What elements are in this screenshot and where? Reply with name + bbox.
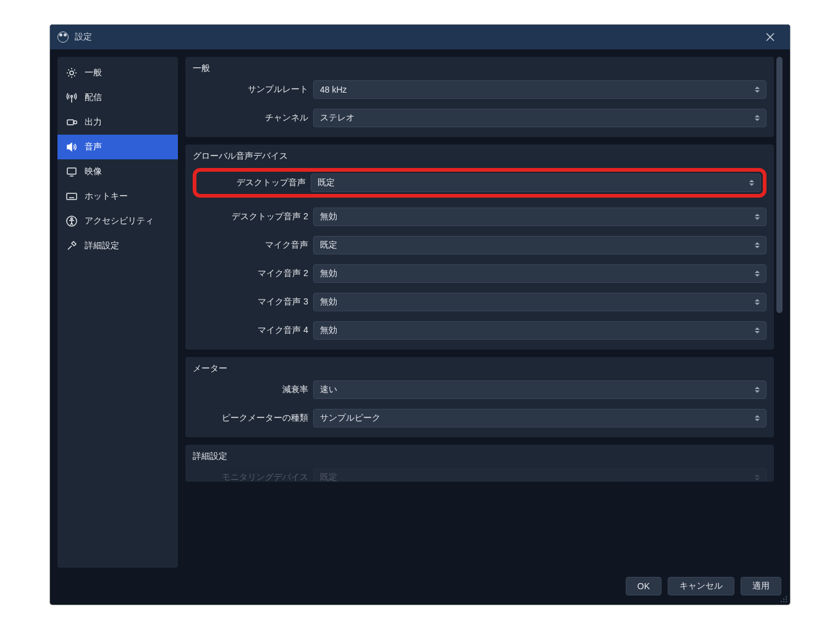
vertical-scrollbar[interactable] [776,57,783,313]
sidebar-item-label: 映像 [85,166,102,177]
keyboard-icon [66,191,77,202]
gear-icon [66,67,77,78]
select-value: 48 kHz [320,85,347,94]
close-button[interactable] [758,25,783,49]
select-desktop-audio[interactable]: 既定 [311,174,761,192]
accessibility-icon [66,216,77,227]
field-decay-rate: 減衰率 速い [193,380,766,399]
chevron-updown-icon [752,112,762,124]
svg-point-6 [74,121,77,124]
field-label: サンプルレート [193,84,313,95]
resize-grip[interactable] [780,595,788,602]
svg-rect-7 [67,168,76,174]
apply-button[interactable]: 適用 [741,577,781,595]
sidebar-item-label: アクセシビリティ [85,216,154,227]
settings-body: 一般 配信 出力 音声 映像 ホットキー [50,49,790,568]
sidebar-item-output[interactable]: 出力 [57,110,178,135]
field-label: マイク音声 3 [193,296,313,308]
window-title: 設定 [75,32,758,43]
section-title: 詳細設定 [193,451,766,462]
chevron-updown-icon [752,471,762,482]
settings-window: 設定 一般 配信 出力 音声 映像 [50,25,790,605]
section-global-audio-devices: グローバル音声デバイス デスクトップ音声 既定 デスクトップ音声 2 無効 [185,145,774,350]
field-desktop-audio-2: デスクトップ音声 2 無効 [193,208,766,226]
sidebar-item-stream[interactable]: 配信 [57,85,178,110]
field-label: 減衰率 [193,384,313,395]
field-label: デスクトップ音声 [198,177,311,188]
section-advanced: 詳細設定 モニタリングデバイス 既定 [185,445,774,482]
select-mic-audio-2[interactable]: 無効 [313,264,766,283]
sidebar-item-label: ホットキー [85,191,128,202]
svg-rect-9 [67,193,77,200]
speaker-icon [66,141,77,153]
settings-footer: OK キャンセル 適用 [50,568,790,605]
select-value: 既定 [320,240,337,251]
chevron-updown-icon [752,211,762,223]
svg-point-18 [783,598,784,600]
section-general: 一般 サンプルレート 48 kHz チャンネル ステレオ [185,57,774,137]
sidebar-item-general[interactable]: 一般 [57,61,178,85]
chevron-updown-icon [752,239,762,251]
field-label: ピークメーターの種類 [193,413,313,424]
close-icon [766,33,775,41]
sidebar-item-video[interactable]: 映像 [57,159,178,184]
field-label: モニタリングデバイス [193,472,313,482]
resize-grip-icon [780,595,788,603]
svg-rect-5 [67,120,74,125]
select-channels[interactable]: ステレオ [313,109,766,127]
ok-button[interactable]: OK [626,577,662,595]
select-desktop-audio-2[interactable]: 無効 [313,208,766,226]
sidebar-item-advanced[interactable]: 詳細設定 [57,233,178,258]
field-label: マイク音声 4 [193,325,313,336]
chevron-updown-icon [752,83,762,96]
section-title: グローバル音声デバイス [193,151,766,162]
field-label: チャンネル [193,112,313,124]
section-title: メーター [193,363,766,374]
highlight-annotation: デスクトップ音声 既定 [193,168,766,198]
select-decay-rate[interactable]: 速い [313,380,766,399]
section-meter: メーター 減衰率 速い ピークメーターの種類 サンプルピーク [185,357,774,437]
cancel-button[interactable]: キャンセル [668,577,734,595]
select-value: 速い [320,384,337,395]
select-monitoring-device[interactable]: 既定 [313,468,766,482]
select-mic-audio-4[interactable]: 無効 [313,321,766,340]
chevron-updown-icon [752,296,762,308]
sidebar-item-label: 詳細設定 [85,240,119,251]
select-value: 既定 [317,177,335,188]
svg-point-20 [781,601,782,602]
field-label: マイク音声 2 [193,268,313,279]
sidebar-item-label: 音声 [85,141,102,153]
sidebar-item-hotkeys[interactable]: ホットキー [57,184,178,209]
select-mic-audio-3[interactable]: 無効 [313,293,766,311]
select-value: 無効 [320,211,337,222]
select-value: 無効 [320,268,337,279]
select-value: サンプルピーク [320,413,380,424]
settings-main: 一般 サンプルレート 48 kHz チャンネル ステレオ [185,57,783,568]
antenna-icon [66,92,77,103]
sidebar-item-label: 配信 [85,92,102,103]
field-peak-meter-type: ピークメーターの種類 サンプルピーク [193,409,766,427]
sidebar-item-label: 出力 [85,117,102,128]
monitor-icon [66,166,77,177]
select-mic-audio[interactable]: 既定 [313,236,766,254]
select-value: ステレオ [320,112,355,124]
field-mic-audio: マイク音声 既定 [193,236,766,254]
select-sample-rate[interactable]: 48 kHz [313,80,766,99]
svg-point-19 [786,598,787,600]
chevron-updown-icon [752,412,762,424]
settings-scroll-area: 一般 サンプルレート 48 kHz チャンネル ステレオ [185,57,774,568]
settings-sidebar: 一般 配信 出力 音声 映像 ホットキー [57,57,178,568]
sidebar-item-audio[interactable]: 音声 [57,135,178,159]
chevron-updown-icon [747,177,757,189]
select-value: 無効 [320,296,337,308]
svg-point-17 [786,596,787,597]
select-peak-meter-type[interactable]: サンプルピーク [313,409,766,427]
field-mic-audio-3: マイク音声 3 無効 [193,293,766,311]
sidebar-item-accessibility[interactable]: アクセシビリティ [57,209,178,233]
output-icon [66,117,77,128]
select-value: 無効 [320,325,337,336]
obs-icon [57,32,69,43]
field-monitoring-device: モニタリングデバイス 既定 [193,468,766,482]
select-value: 既定 [320,472,337,482]
field-sample-rate: サンプルレート 48 kHz [193,80,766,99]
